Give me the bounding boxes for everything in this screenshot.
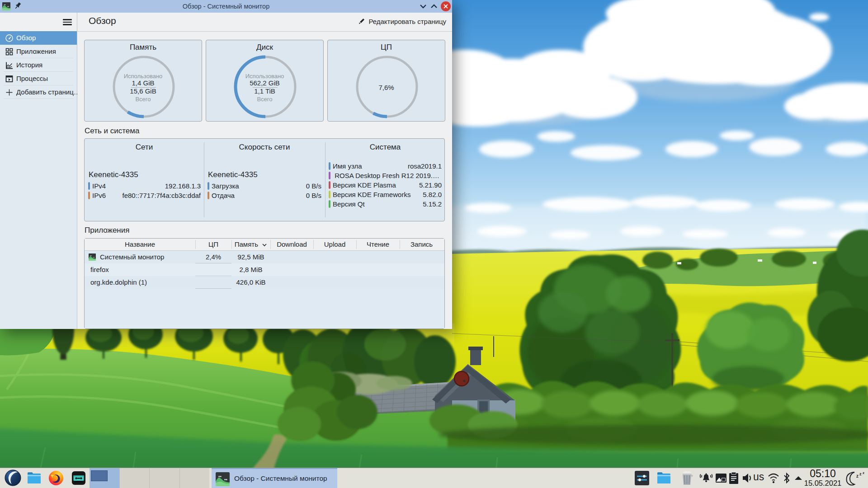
svg-text:z: z	[859, 472, 862, 476]
svg-text:z: z	[863, 471, 864, 475]
svg-text:z: z	[856, 474, 859, 479]
